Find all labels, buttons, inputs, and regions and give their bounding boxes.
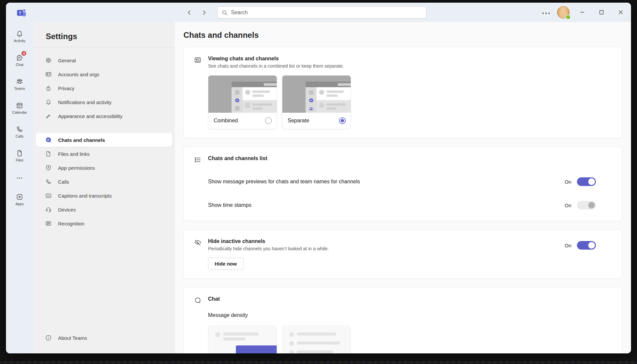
rail-item-label: Calendar (12, 110, 27, 114)
back-button[interactable] (185, 8, 194, 17)
sidebar-item-label: General (58, 58, 76, 63)
toggle-state-label: On (565, 203, 571, 208)
rail-item-teams[interactable]: Teams (7, 73, 32, 95)
sidebar-item-general[interactable]: General (36, 53, 172, 67)
svg-text:T: T (19, 11, 21, 16)
search-icon (222, 10, 228, 16)
sidebar-item-about-teams[interactable]: About Teams (36, 331, 172, 345)
sidebar-item-privacy[interactable]: Privacy (36, 81, 172, 95)
file-icon (45, 151, 52, 157)
rail-item-label: Activity (14, 39, 26, 43)
combined-preview-image (208, 76, 277, 113)
search-bar (217, 6, 426, 19)
setting-row-time-stamps: Show time stamps On (208, 201, 612, 210)
minimize-icon (579, 9, 585, 15)
card-subtitle: See chats and channels in a combined lis… (208, 63, 612, 69)
chats-list-card: Chats and channels list Show message pre… (183, 147, 622, 221)
setting-label: Show time stamps (208, 202, 251, 208)
minimize-button[interactable] (573, 3, 592, 22)
sidebar-item-recognition[interactable]: Recognition (36, 216, 172, 230)
file-icon (16, 149, 24, 157)
rail-item-calls[interactable]: Calls (7, 121, 32, 143)
sidebar-item-label: Captions and transcripts (58, 193, 112, 199)
more-options-button[interactable] (538, 3, 554, 22)
rail-item-activity[interactable]: Activity (7, 25, 32, 47)
settings-nav: General Accounts and orgs Privacy (33, 47, 175, 230)
sidebar-item-chats-and-channels[interactable]: Chats and channels (36, 133, 172, 147)
forward-button[interactable] (200, 8, 208, 17)
lock-icon (45, 85, 52, 91)
mini-chat-icon (309, 98, 314, 103)
card-subtitle: Periodically hide channels you haven’t l… (208, 246, 329, 251)
message-previews-toggle[interactable] (577, 177, 596, 186)
contact-card-icon (45, 71, 52, 78)
density-option-comfy[interactable] (208, 326, 277, 353)
bulleted-list-icon (194, 156, 202, 164)
chevron-right-icon (201, 9, 207, 16)
rail-item-files[interactable]: Files (7, 145, 32, 166)
sidebar-item-label: Files and links (58, 151, 90, 157)
profile-button[interactable]: ✓ (554, 3, 573, 22)
gear-icon (45, 57, 52, 64)
news-layout-icon (194, 56, 202, 64)
sidebar-item-files-and-links[interactable]: Files and links (36, 147, 172, 161)
rail-item-chat[interactable]: 4 Chat (7, 49, 32, 71)
headset-icon (45, 206, 52, 213)
sidebar-item-notifications[interactable]: Notifications and activity (36, 95, 172, 109)
option-label: Combined (214, 118, 238, 124)
sidebar-item-calls[interactable]: Calls (36, 175, 172, 189)
close-icon (618, 9, 624, 15)
presence-available-icon: ✓ (566, 15, 571, 20)
card-title: Chat (208, 296, 612, 302)
phone-icon (16, 125, 24, 133)
page-title: Chats and channels (183, 30, 631, 40)
rail-item-apps[interactable]: Apps (7, 188, 32, 210)
sidebar-item-label: Devices (58, 207, 76, 212)
unread-badge: 4 (21, 50, 27, 56)
nav-group-gap (36, 123, 172, 133)
teams-logo: T (16, 7, 27, 18)
ellipsis-icon (16, 174, 23, 182)
close-button[interactable] (611, 3, 630, 22)
chat-bubble-icon (194, 296, 202, 304)
sidebar-item-accounts[interactable]: Accounts and orgs (36, 67, 172, 81)
sidebar-item-label: Recognition (58, 221, 84, 226)
search-input[interactable] (231, 10, 422, 16)
hide-inactive-toggle[interactable] (577, 241, 596, 250)
sidebar-item-devices[interactable]: Devices (36, 203, 172, 216)
card-title: Chats and channels list (208, 155, 612, 161)
settings-title: Settings (33, 22, 175, 47)
time-stamps-toggle[interactable] (577, 201, 596, 210)
maximize-button[interactable] (592, 3, 611, 22)
option-separate[interactable]: Separate (282, 75, 351, 129)
sidebar-item-label: Calls (58, 179, 69, 185)
note-icon (45, 220, 52, 227)
sidebar-item-label: Chats and channels (58, 137, 105, 143)
sidebar-item-appearance[interactable]: Appearance and accessibility (36, 109, 172, 123)
phone-icon (45, 178, 52, 185)
settings-content: Chats and channels Viewing chats and cha… (175, 22, 631, 353)
card-title: Viewing chats and channels (208, 56, 612, 62)
sidebar-item-label: Notifications and activity (58, 99, 111, 105)
settings-sidebar: Settings General Accounts and orgs (33, 22, 175, 353)
setting-label: Show message previews for chats and team… (208, 179, 360, 185)
sidebar-item-label: App permissions (58, 165, 95, 171)
rail-more-button[interactable] (7, 172, 32, 184)
radio-separate[interactable] (339, 117, 346, 124)
sidebar-item-label: Appearance and accessibility (58, 113, 122, 119)
chat-filled-icon (45, 137, 52, 143)
rail-item-calendar[interactable]: Calendar (7, 97, 32, 119)
radio-combined[interactable] (265, 117, 272, 124)
info-icon (45, 334, 52, 341)
rail-item-label: Chat (16, 63, 23, 67)
title-bar: T ✓ (6, 3, 631, 22)
sidebar-item-app-permissions[interactable]: App permissions (36, 161, 172, 175)
sidebar-item-captions[interactable]: CC Captions and transcripts (36, 189, 172, 203)
density-label: Message density (208, 312, 612, 318)
toggle-state-label: On (565, 243, 571, 248)
density-option-compact[interactable] (282, 326, 351, 353)
rail-item-label: Calls (16, 134, 24, 138)
hide-now-button[interactable]: Hide now (208, 258, 244, 270)
option-combined[interactable]: Combined (208, 75, 277, 129)
app-rail: Activity 4 Chat Teams Calendar (6, 22, 33, 353)
